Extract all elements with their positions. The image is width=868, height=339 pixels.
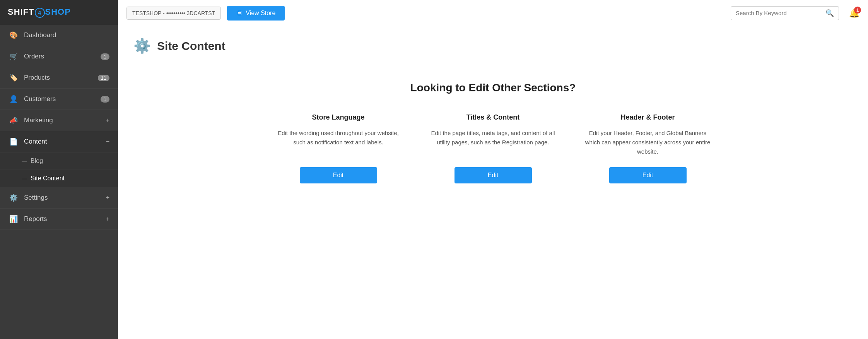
sidebar-label-reports: Reports	[24, 215, 104, 223]
settings-icon: ⚙️	[9, 193, 19, 202]
sidebar-label-settings: Settings	[24, 194, 104, 202]
card-store-language-edit-button[interactable]: Edit	[300, 167, 377, 183]
page-title: Site Content	[157, 39, 226, 53]
logo-num: 4	[35, 8, 45, 18]
card-header-footer-title: Header & Footer	[620, 113, 675, 122]
content-area: ⚙️ Site Content Looking to Edit Other Se…	[118, 26, 868, 339]
logo-shop: SHOP	[45, 7, 71, 17]
search-input[interactable]	[736, 10, 825, 16]
sidebar-item-products[interactable]: 🏷️ Products 11	[0, 67, 118, 89]
card-store-language: Store Language Edit the wording used thr…	[269, 113, 408, 183]
logo-shift: SHIFT	[8, 7, 34, 17]
orders-badge: 1	[101, 53, 109, 60]
products-badge: 11	[98, 75, 109, 81]
customers-badge: 1	[101, 96, 109, 103]
view-store-button[interactable]: 🖥 View Store	[227, 6, 285, 21]
sidebar-item-content[interactable]: 📄 Content −	[0, 131, 118, 152]
sidebar: SHIFT4SHOP 🎨 Dashboard 🛒 Orders 1 🏷️ Pro…	[0, 0, 118, 339]
logo: SHIFT4SHOP	[0, 0, 118, 25]
card-store-language-desc: Edit the wording used throughout your we…	[273, 128, 404, 156]
sidebar-label-dashboard: Dashboard	[24, 31, 109, 39]
sidebar-label-customers: Customers	[24, 95, 98, 103]
notifications-button[interactable]: 🔔 1	[849, 8, 859, 18]
sidebar-subitem-site-content-label: Site Content	[31, 175, 65, 182]
card-store-language-title: Store Language	[312, 113, 364, 122]
sidebar-item-reports[interactable]: 📊 Reports +	[0, 209, 118, 230]
search-button[interactable]: 🔍	[825, 9, 834, 17]
card-header-footer-desc: Edit your Header, Footer, and Global Ban…	[582, 128, 714, 156]
marketing-expand-icon: +	[106, 117, 109, 124]
card-header-footer: Header & Footer Edit your Header, Footer…	[578, 113, 718, 183]
sections-heading: Looking to Edit Other Sections?	[133, 82, 853, 94]
card-titles-content-desc: Edit the page titles, meta tags, and con…	[427, 128, 559, 156]
card-titles-content-edit-button[interactable]: Edit	[455, 167, 532, 183]
sidebar-item-orders[interactable]: 🛒 Orders 1	[0, 46, 118, 67]
card-titles-content: Titles & Content Edit the page titles, m…	[424, 113, 563, 183]
reports-icon: 📊	[9, 215, 19, 223]
sidebar-label-products: Products	[24, 74, 96, 82]
sidebar-label-marketing: Marketing	[24, 116, 104, 124]
sidebar-item-customers[interactable]: 👤 Customers 1	[0, 89, 118, 110]
reports-expand-icon: +	[106, 216, 109, 223]
sidebar-item-marketing[interactable]: 📣 Marketing +	[0, 110, 118, 131]
customers-icon: 👤	[9, 95, 19, 103]
sidebar-subitem-site-content[interactable]: Site Content	[0, 170, 118, 187]
marketing-icon: 📣	[9, 116, 19, 125]
products-icon: 🏷️	[9, 74, 19, 82]
content-expand-icon: −	[106, 138, 109, 145]
sidebar-subitem-blog-label: Blog	[31, 158, 43, 164]
view-store-label: View Store	[246, 10, 275, 17]
sidebar-label-orders: Orders	[24, 53, 98, 60]
content-icon: 📄	[9, 137, 19, 146]
sidebar-label-content: Content	[24, 138, 104, 146]
page-header-icon: ⚙️	[133, 38, 151, 54]
search-box: 🔍	[731, 6, 839, 20]
notification-badge: 1	[854, 7, 861, 14]
topbar: TESTSHOP - ••••••••••.3DCARTST 🖥 View St…	[118, 0, 868, 26]
sidebar-item-dashboard[interactable]: 🎨 Dashboard	[0, 25, 118, 46]
card-header-footer-edit-button[interactable]: Edit	[609, 167, 687, 183]
sidebar-item-settings[interactable]: ⚙️ Settings +	[0, 187, 118, 209]
store-url: TESTSHOP - ••••••••••.3DCARTST	[126, 7, 221, 20]
main-area: TESTSHOP - ••••••••••.3DCARTST 🖥 View St…	[118, 0, 868, 339]
page-header: ⚙️ Site Content	[133, 38, 853, 54]
cards-row: Store Language Edit the wording used thr…	[133, 113, 853, 183]
card-titles-content-title: Titles & Content	[466, 113, 520, 122]
sidebar-subitem-blog[interactable]: Blog	[0, 152, 118, 170]
monitor-icon: 🖥	[236, 10, 243, 17]
header-divider	[133, 66, 853, 66]
sidebar-nav: 🎨 Dashboard 🛒 Orders 1 🏷️ Products 11 👤 …	[0, 25, 118, 339]
orders-icon: 🛒	[9, 52, 19, 61]
dashboard-icon: 🎨	[9, 31, 19, 39]
settings-expand-icon: +	[106, 194, 109, 201]
